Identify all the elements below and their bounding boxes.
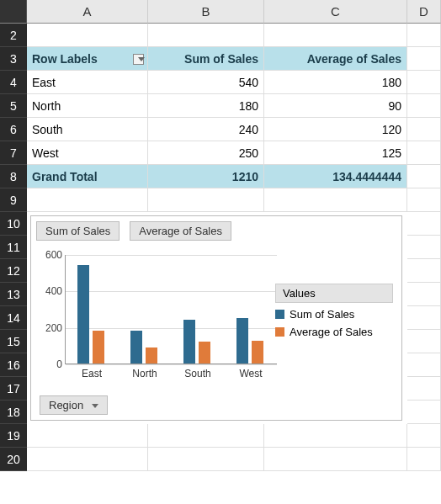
legend-item: Sum of Sales (275, 308, 393, 321)
pivot-value[interactable]: 250 (148, 141, 264, 165)
cell[interactable] (264, 24, 407, 47)
legend-label: Sum of Sales (290, 308, 354, 321)
chart-box: Sum of Sales Average of Sales 0200400600… (30, 215, 402, 421)
cell[interactable] (407, 330, 441, 353)
col-header-B[interactable]: B (148, 0, 264, 24)
pivot-value[interactable]: 180 (148, 94, 264, 118)
pivot-value[interactable]: 125 (264, 141, 407, 165)
cell[interactable] (407, 212, 441, 236)
row-labels-dropdown-icon[interactable] (133, 54, 144, 65)
pivot-row-label[interactable]: North (27, 94, 148, 118)
chart-x-tick: East (66, 368, 117, 379)
row-header[interactable]: 17 (0, 377, 27, 401)
cell[interactable] (148, 188, 264, 212)
cell[interactable] (27, 424, 148, 448)
cell[interactable] (27, 188, 148, 212)
cell[interactable] (407, 424, 441, 448)
cell[interactable] (407, 118, 441, 141)
col-header-D[interactable]: D (407, 0, 441, 24)
col-header-A[interactable]: A (27, 0, 148, 24)
row-header[interactable]: 2 (0, 24, 27, 47)
chart-bar (146, 347, 157, 364)
chart-x-tick: West (226, 368, 276, 379)
chart-bar (93, 331, 104, 363)
pivot-chart[interactable]: Sum of Sales Average of Sales 0200400600… (27, 212, 407, 424)
row-header[interactable]: 12 (0, 259, 27, 283)
chart-filter-region[interactable]: Region (40, 395, 108, 415)
chart-bar (236, 318, 248, 363)
cell[interactable] (148, 448, 264, 471)
legend-title: Values (275, 284, 393, 303)
row-header[interactable]: 18 (0, 401, 27, 424)
pivot-value[interactable]: 90 (264, 94, 407, 118)
col-header-C[interactable]: C (264, 0, 407, 24)
cell[interactable] (407, 401, 441, 424)
row-header[interactable]: 5 (0, 94, 27, 118)
cell[interactable] (407, 141, 441, 165)
cell[interactable] (407, 71, 441, 94)
pivot-grand-total-value[interactable]: 134.4444444 (264, 165, 407, 188)
row-header[interactable]: 8 (0, 165, 27, 188)
cell[interactable] (264, 448, 407, 471)
pivot-grand-total-value[interactable]: 1210 (148, 165, 264, 188)
cell[interactable] (407, 283, 441, 306)
field-button-sum[interactable]: Sum of Sales (36, 221, 120, 241)
cell[interactable] (407, 165, 441, 188)
cell[interactable] (264, 188, 407, 212)
cell[interactable] (27, 448, 148, 471)
chart-x-tick: North (120, 368, 170, 379)
row-header[interactable]: 19 (0, 424, 27, 448)
chart-plot-area: 0200400600 (65, 255, 277, 364)
pivot-value[interactable]: 240 (148, 118, 264, 141)
pivot-grand-total-label[interactable]: Grand Total (27, 165, 148, 188)
cell[interactable] (407, 236, 441, 259)
chart-bar (199, 342, 210, 363)
row-header[interactable]: 11 (0, 236, 27, 259)
cell[interactable] (264, 424, 407, 448)
pivot-row-label[interactable]: East (27, 71, 148, 94)
select-all-corner[interactable] (0, 0, 27, 24)
cell[interactable] (148, 24, 264, 47)
pivot-row-label[interactable]: South (27, 118, 148, 141)
pivot-row-label[interactable]: West (27, 141, 148, 165)
cell[interactable] (148, 424, 264, 448)
cell[interactable] (407, 306, 441, 330)
row-header[interactable]: 10 (0, 212, 27, 236)
cell[interactable] (407, 377, 441, 401)
chart-gridline (66, 255, 277, 256)
cell[interactable] (407, 188, 441, 212)
chart-gridline (66, 291, 277, 292)
row-header[interactable]: 16 (0, 353, 27, 377)
row-header[interactable]: 14 (0, 306, 27, 330)
row-header[interactable]: 4 (0, 71, 27, 94)
row-header[interactable]: 15 (0, 330, 27, 353)
chevron-down-icon (92, 404, 98, 408)
row-header[interactable]: 20 (0, 448, 27, 471)
pivot-value[interactable]: 180 (264, 71, 407, 94)
cell[interactable] (407, 448, 441, 471)
row-header[interactable]: 9 (0, 188, 27, 212)
cell[interactable] (407, 259, 441, 283)
field-button-avg[interactable]: Average of Sales (130, 221, 231, 241)
cell[interactable] (407, 24, 441, 47)
row-header[interactable]: 13 (0, 283, 27, 306)
legend-swatch-s0 (275, 310, 284, 319)
row-header[interactable]: 3 (0, 47, 27, 71)
legend-label: Average of Sales (290, 326, 373, 338)
pivot-value[interactable]: 120 (264, 118, 407, 141)
pivot-row-labels-header[interactable]: Row Labels (27, 47, 148, 71)
cell[interactable] (407, 353, 441, 377)
row-header[interactable]: 7 (0, 141, 27, 165)
chart-field-buttons: Sum of Sales Average of Sales (31, 216, 401, 242)
cell[interactable] (407, 47, 441, 71)
row-header[interactable]: 6 (0, 118, 27, 141)
pivot-value[interactable]: 540 (148, 71, 264, 94)
region-filter-label: Region (49, 399, 83, 411)
pivot-col-header[interactable]: Average of Sales (264, 47, 407, 71)
cell[interactable] (407, 94, 441, 118)
legend-item: Average of Sales (275, 326, 393, 338)
pivot-row-labels-text: Row Labels (32, 52, 98, 66)
chart-bar (252, 341, 263, 363)
pivot-col-header[interactable]: Sum of Sales (148, 47, 264, 71)
cell[interactable] (27, 24, 148, 47)
